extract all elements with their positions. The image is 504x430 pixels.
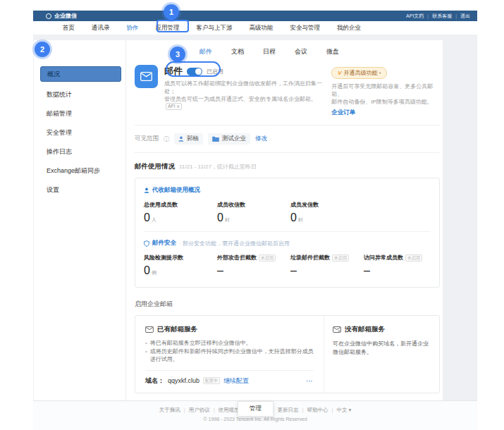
- visible-range-label: 可见范围: [135, 135, 159, 143]
- nav-collaboration[interactable]: 协作: [127, 24, 139, 32]
- stat-received-mails: 成员收信数 0封: [217, 201, 290, 224]
- nav-contacts[interactable]: 通讯录: [92, 24, 110, 32]
- footer-link-agreement[interactable]: 用户协议: [189, 407, 215, 414]
- edit-visible-range-link[interactable]: 修改: [255, 135, 267, 143]
- mail-module-left: 邮件 已启用 成员可以将工作邮箱绑定到企业微信收发邮件，工作消息归集一处； 管理…: [135, 65, 323, 117]
- sidebar-item-overview[interactable]: 概况: [40, 66, 121, 82]
- enable-mailbox-title: 启用企业邮箱: [135, 300, 440, 309]
- api-dropdown-badge[interactable]: API ∨: [166, 103, 182, 110]
- tab-calendar[interactable]: 日程: [263, 47, 276, 56]
- member-chip: 郭楠: [174, 133, 203, 145]
- stat-label: 成员收信数: [217, 201, 245, 209]
- security-stats-row: 风险检测提示数 0例 外部攻击拦截数未启用 – 垃圾邮件拦截数未启用 –: [144, 254, 431, 277]
- annotation-step-1: 1: [164, 4, 179, 20]
- nav-security[interactable]: 安全与管理: [290, 24, 321, 32]
- collect-stats-row: 总使用成员数 0人 成员收信数 0封 成员发信数 0封: [144, 201, 431, 224]
- sidebar-item-operation-log[interactable]: 操作日志: [34, 142, 125, 161]
- module-desc-line2: 管理员也可统一为成员开通正式、安全的专属域名企业邮箱。: [164, 96, 316, 102]
- stat-external-attacks: 外部攻击拦截数未启用 –: [217, 254, 290, 277]
- usage-title: 邮件使用情况: [135, 162, 175, 171]
- folder-icon: [212, 136, 219, 142]
- stat-unit: 封: [225, 217, 230, 222]
- stat-label: 垃圾邮件拦截数: [290, 254, 330, 262]
- api-docs-link[interactable]: API文档: [406, 13, 424, 20]
- premium-badge-label: 开通高级功能 ›: [344, 69, 381, 77]
- stat-value: 0: [217, 211, 223, 223]
- stat-unit: 人: [152, 217, 156, 222]
- stat-total-members: 总使用成员数 0人: [144, 201, 217, 224]
- tab-mail[interactable]: 邮件: [199, 47, 212, 56]
- department-chip: 测试企业: [208, 133, 250, 145]
- existing-mailbox-title: 已有邮箱服务: [157, 325, 197, 334]
- premium-desc-line1: 开通后可享受无限邮箱容量、更多公共邮箱、: [331, 83, 433, 97]
- mail-security-header: 邮件安全 · 部分安全功能，需开通企业微信邮箱后启用: [144, 239, 431, 247]
- premium-promo: V 开通高级功能 › 开通后可享受无限邮箱容量、更多公共邮箱、 邮件自动备份、I…: [331, 65, 440, 117]
- contact-support-link[interactable]: 联系客服: [432, 13, 452, 20]
- stat-label: 外部攻击拦截数: [217, 254, 257, 262]
- nav-customers[interactable]: 客户与上下游: [197, 24, 233, 32]
- footer-link-help[interactable]: 帮助中心: [307, 407, 333, 414]
- more-options-button[interactable]: ⋯: [306, 377, 314, 385]
- separator: |: [427, 13, 429, 18]
- tab-drive[interactable]: 微盘: [326, 47, 339, 56]
- annotation-step-2: 2: [35, 42, 50, 57]
- stat-value: 0: [144, 211, 150, 223]
- annotation-box-collaboration: [156, 20, 189, 32]
- bullet-dot: •: [145, 348, 147, 364]
- tab-docs[interactable]: 文档: [231, 47, 244, 56]
- sidebar-item-mailbox-management[interactable]: 邮箱管理: [34, 104, 125, 123]
- status-badge: 未启用: [259, 254, 276, 262]
- manage-popup-item[interactable]: 管理: [238, 401, 273, 417]
- footer-link-changelog[interactable]: 更新日志: [278, 407, 304, 414]
- collect-usage-title: 代收邮箱使用概况: [152, 186, 200, 195]
- admin-console: 企业微信 API文档| 联系客服| 退出 首页 通讯录 协作 应用管理 客户与上…: [33, 11, 477, 430]
- nav-advanced[interactable]: 高级功能: [250, 24, 273, 32]
- enterprise-order-link[interactable]: 企业订单: [331, 109, 440, 117]
- continue-config-link[interactable]: 继续配置: [223, 376, 249, 386]
- tab-meeting[interactable]: 会议: [295, 47, 307, 56]
- sidebar-item-exchange-sync[interactable]: Exchange邮箱同步: [34, 161, 125, 180]
- topbar: 企业微信 API文档| 联系客服| 退出: [33, 11, 477, 21]
- wework-logo[interactable]: 企业微信: [46, 12, 77, 20]
- no-mailbox-icon: [333, 326, 341, 333]
- domain-value: qqyxkf.club: [168, 377, 199, 384]
- bullet-text: 将已有邮箱服务立即迁移到企业微信中。: [150, 339, 252, 348]
- stat-unit: 封: [298, 217, 303, 222]
- bullet-text: 或将历史邮件和新邮件持续同步到企业微信中，支持选择部分成员进行试用。: [150, 348, 314, 364]
- sidebar-item-settings[interactable]: 设置: [34, 180, 125, 199]
- stat-unit: 例: [152, 270, 156, 275]
- existing-mailbox-title-row: 已有邮箱服务: [145, 325, 314, 334]
- module-desc-line1: 成员可以将工作邮箱绑定到企业微信收发邮件，工作消息归集一处；: [164, 80, 322, 94]
- mail-security-title: 邮件安全: [152, 239, 176, 247]
- stat-label: 风险检测提示数: [144, 254, 183, 262]
- existing-mailbox-bullets: •将已有邮箱服务立即迁移到企业微信中。 •或将历史邮件和新邮件持续同步到企业微信…: [145, 339, 314, 364]
- sidebar: 概况 数据统计 邮箱管理 安全管理 操作日志 Exchange邮箱同步 设置: [34, 40, 125, 400]
- nav-my-company[interactable]: 我的企业: [337, 24, 361, 32]
- no-mailbox-title: 没有邮箱服务: [345, 325, 385, 334]
- footer-link-about[interactable]: 关于腾讯: [159, 407, 185, 414]
- stat-value: 0: [290, 211, 297, 223]
- stat-label: 总使用成员数: [144, 201, 178, 209]
- footer-link-language[interactable]: 中文 ▾: [336, 407, 351, 414]
- stat-abnormal-access: 访问异常成员数未启用 –: [364, 254, 431, 277]
- sidebar-item-statistics[interactable]: 数据统计: [34, 85, 125, 104]
- collect-usage-header: 代收邮箱使用概况: [144, 186, 431, 195]
- logout-link[interactable]: 退出: [460, 13, 470, 20]
- mailbox-icon: [145, 326, 154, 333]
- usage-stats-card: 代收邮箱使用概况 总使用成员数 0人 成员收信数 0封: [135, 178, 440, 288]
- nav-home[interactable]: 首页: [63, 24, 75, 32]
- logo-text: 企业微信: [54, 12, 77, 20]
- main-panel: 概况 数据统计 邮箱管理 安全管理 操作日志 Exchange邮箱同步 设置 邮…: [34, 40, 443, 400]
- sidebar-item-security-management[interactable]: 安全管理: [34, 123, 125, 142]
- info-icon[interactable]: ⓘ: [164, 135, 169, 143]
- domain-row: 域名： qqyxkf.club 配置中 继续配置 ⋯: [145, 376, 314, 386]
- mail-security-note: · 部分安全功能，需开通企业微信邮箱后启用: [179, 240, 290, 247]
- separator: |: [455, 13, 457, 18]
- status-badge: 未启用: [405, 254, 422, 262]
- stat-value: –: [290, 264, 297, 276]
- premium-upgrade-button[interactable]: V 开通高级功能 ›: [331, 67, 387, 79]
- bullet-dot: •: [145, 339, 147, 348]
- person-icon: [178, 136, 184, 142]
- usage-title-row: 邮件使用情况 11/21 - 11/27，统计截止至昨日: [135, 162, 440, 171]
- no-mailbox-title-row: 没有邮箱服务: [333, 325, 431, 334]
